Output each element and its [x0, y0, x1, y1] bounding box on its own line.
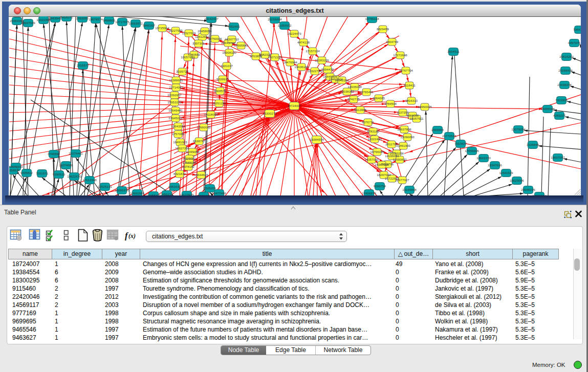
svg-text:9190519: 9190519 [53, 172, 66, 176]
svg-text:14224473: 14224473 [287, 32, 301, 35]
svg-text:3604511: 3604511 [447, 50, 460, 53]
svg-text:14476944: 14476944 [283, 60, 297, 64]
svg-text:10549441: 10549441 [168, 108, 183, 112]
svg-text:22977027: 22977027 [395, 178, 409, 182]
svg-text:6912885: 6912885 [354, 108, 367, 112]
svg-text:5339937: 5339937 [216, 77, 229, 81]
svg-text:7064171: 7064171 [573, 28, 581, 31]
svg-text:20767704: 20767704 [399, 69, 413, 72]
svg-text:2999883: 2999883 [431, 128, 444, 132]
svg-text:12927396: 12927396 [175, 146, 189, 150]
svg-text:15063972: 15063972 [128, 21, 143, 25]
svg-text:10057659: 10057659 [181, 55, 195, 59]
svg-text:8418275: 8418275 [60, 16, 73, 19]
svg-text:20458054: 20458054 [198, 29, 212, 33]
svg-text:20515263: 20515263 [559, 55, 574, 58]
svg-text:15347616: 15347616 [488, 163, 502, 167]
svg-text:7118411: 7118411 [403, 83, 416, 87]
svg-text:4269227: 4269227 [553, 114, 566, 117]
svg-text:5468605: 5468605 [103, 18, 116, 22]
svg-text:11541029: 11541029 [499, 171, 513, 174]
svg-text:14357000: 14357000 [364, 158, 379, 161]
svg-text:9308575: 9308575 [214, 89, 227, 93]
svg-text:10322734: 10322734 [308, 69, 322, 73]
svg-text:19379254: 19379254 [511, 127, 526, 131]
svg-text:17613348: 17613348 [82, 178, 97, 182]
svg-text:11527619: 11527619 [182, 31, 196, 35]
svg-text:13945012: 13945012 [168, 116, 183, 120]
svg-text:15029873: 15029873 [197, 194, 211, 195]
svg-text:20943743: 20943743 [221, 41, 235, 45]
svg-text:19436144: 19436144 [294, 65, 309, 69]
svg-text:6535209: 6535209 [204, 186, 216, 190]
svg-text:10342260: 10342260 [335, 78, 349, 82]
svg-text:6099754: 6099754 [374, 184, 386, 188]
svg-text:2315577: 2315577 [77, 63, 90, 67]
svg-text:22283226: 22283226 [315, 58, 329, 62]
svg-text:19384554: 19384554 [310, 138, 324, 141]
svg-text:12750036: 12750036 [208, 37, 222, 40]
svg-text:16908100: 16908100 [222, 51, 236, 54]
svg-text:6076731: 6076731 [362, 120, 375, 124]
svg-text:13495588: 13495588 [540, 107, 555, 111]
svg-text:19678574: 19678574 [89, 17, 103, 21]
svg-text:3456213: 3456213 [161, 192, 173, 195]
svg-text:12643564: 12643564 [171, 124, 185, 128]
svg-text:20274461: 20274461 [69, 151, 83, 155]
svg-text:17660000: 17660000 [197, 125, 211, 129]
svg-text:6064065: 6064065 [373, 96, 385, 100]
svg-text:16322420: 16322420 [367, 137, 382, 141]
svg-text:4474128: 4474128 [297, 40, 310, 44]
svg-text:15953222: 15953222 [167, 100, 182, 104]
svg-text:12477488: 12477488 [212, 191, 226, 195]
svg-text:20156684: 20156684 [268, 17, 282, 21]
svg-text:16307710: 16307710 [225, 37, 239, 41]
svg-text:9816313: 9816313 [405, 99, 418, 102]
svg-text:13038362: 13038362 [340, 90, 354, 93]
svg-text:13132690: 13132690 [9, 165, 23, 168]
svg-text:1404769: 1404769 [386, 40, 399, 43]
svg-text:11058511: 11058511 [9, 168, 20, 172]
svg-text:18622670: 18622670 [67, 174, 81, 178]
svg-text:16623006: 16623006 [510, 179, 524, 182]
svg-text:2811700: 2811700 [385, 142, 398, 146]
svg-text:20227559: 20227559 [168, 29, 183, 32]
svg-text:15149848: 15149848 [402, 188, 417, 191]
svg-text:11350932: 11350932 [277, 24, 292, 27]
svg-text:21433273: 21433273 [146, 193, 161, 195]
svg-text:3035728: 3035728 [176, 70, 189, 73]
svg-text:17565588: 17565588 [182, 161, 197, 164]
svg-text:16491923: 16491923 [173, 140, 187, 144]
svg-text:14118095: 14118095 [204, 113, 218, 116]
svg-text:22714041: 22714041 [169, 85, 183, 89]
svg-text:22438378: 22438378 [557, 83, 572, 86]
svg-text:5594478: 5594478 [321, 68, 334, 71]
svg-text:13390093: 13390093 [400, 135, 415, 139]
svg-text:19142407: 19142407 [204, 17, 219, 20]
svg-text:7031971: 7031971 [36, 171, 49, 175]
svg-text:18724007: 18724007 [287, 104, 301, 107]
svg-text:5840397: 5840397 [143, 24, 156, 27]
svg-text:3746598: 3746598 [48, 152, 60, 156]
svg-text:17656906: 17656906 [465, 149, 479, 152]
svg-text:16206344: 16206344 [532, 194, 547, 195]
svg-text:11690833: 11690833 [393, 158, 407, 161]
svg-text:19799114: 19799114 [365, 17, 379, 20]
svg-text:3307301: 3307301 [192, 41, 205, 45]
svg-text:13765491: 13765491 [359, 90, 374, 94]
svg-text:19937057: 19937057 [551, 156, 565, 159]
svg-text:17665640: 17665640 [234, 43, 248, 47]
svg-text:10460025: 10460025 [418, 105, 432, 108]
svg-text:6638767: 6638767 [193, 139, 206, 143]
svg-text:12412612: 12412612 [195, 35, 209, 38]
svg-text:8742735: 8742735 [347, 97, 360, 101]
svg-text:4457975: 4457975 [568, 41, 581, 45]
svg-text:19766045: 19766045 [370, 150, 384, 154]
svg-text:8321837: 8321837 [173, 172, 186, 176]
svg-text:3106848: 3106848 [527, 143, 539, 146]
svg-text:11074688: 11074688 [59, 163, 73, 167]
svg-text:21770515: 21770515 [442, 134, 456, 138]
svg-text:8829459: 8829459 [377, 27, 389, 31]
svg-text:15300273: 15300273 [263, 112, 277, 115]
svg-text:16072228: 16072228 [268, 55, 282, 59]
